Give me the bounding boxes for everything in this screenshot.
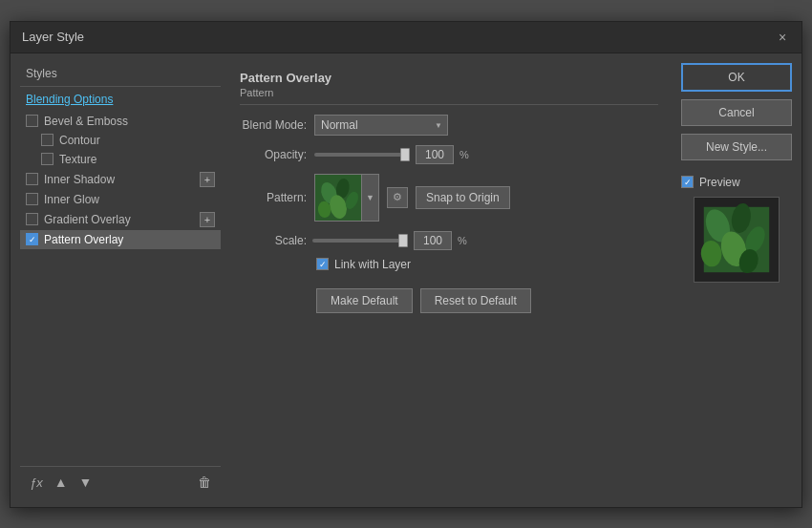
opacity-percent: %	[459, 149, 469, 160]
opacity-slider[interactable]	[314, 147, 410, 162]
opacity-slider-track	[314, 153, 410, 157]
sidebar-item-inner-shadow[interactable]: Inner Shadow +	[20, 169, 221, 190]
preview-label: Preview	[699, 176, 740, 189]
right-panel: OK Cancel New Style... Preview	[677, 63, 792, 497]
preview-section: Preview	[681, 176, 792, 283]
pattern-overlay-label: Pattern Overlay	[44, 233, 123, 246]
make-default-button[interactable]: Make Default	[316, 288, 413, 313]
pattern-row: Pattern: ▼ ⚙ Snap	[240, 174, 658, 222]
blending-options-link[interactable]: Blending Options	[20, 91, 221, 112]
opacity-row: Opacity: %	[240, 145, 658, 164]
action-buttons: Make Default Reset to Default	[240, 288, 658, 313]
preview-label-row: Preview	[681, 176, 740, 189]
new-style-button[interactable]: New Style...	[681, 134, 792, 160]
sidebar-item-contour[interactable]: Contour	[20, 131, 221, 150]
opacity-input[interactable]	[416, 145, 454, 164]
inner-glow-checkbox[interactable]	[26, 193, 38, 205]
scale-input[interactable]	[414, 231, 452, 250]
link-with-layer-row: Link with Layer	[240, 258, 658, 271]
section-title: Pattern Overlay	[240, 71, 658, 85]
texture-checkbox[interactable]	[41, 153, 53, 165]
scale-slider[interactable]	[312, 233, 408, 248]
link-with-layer-checkbox-wrap: Link with Layer	[316, 258, 411, 271]
contour-label: Contour	[59, 134, 100, 147]
layer-style-dialog: Layer Style × Styles Blending Options Be…	[10, 21, 802, 508]
scale-slider-thumb[interactable]	[398, 234, 408, 247]
title-bar: Layer Style ×	[11, 22, 801, 53]
inner-shadow-add-button[interactable]: +	[200, 172, 215, 187]
gradient-overlay-add-button[interactable]: +	[200, 212, 215, 227]
blend-mode-row: Blend Mode: Normal Dissolve Multiply Scr…	[240, 115, 658, 136]
ok-button[interactable]: OK	[681, 63, 792, 92]
fx-button[interactable]: ƒx	[26, 473, 47, 492]
opacity-label: Opacity:	[240, 148, 307, 161]
bevel-emboss-label: Bevel & Emboss	[44, 115, 128, 128]
left-panel: Styles Blending Options Bevel & Emboss C…	[20, 63, 221, 497]
sidebar-item-bevel-emboss[interactable]: Bevel & Emboss	[20, 112, 221, 131]
scale-percent: %	[458, 235, 467, 246]
main-panel: Pattern Overlay Pattern Blend Mode: Norm…	[228, 63, 670, 497]
bevel-emboss-checkbox[interactable]	[26, 115, 38, 127]
pattern-swatch[interactable]	[314, 174, 362, 222]
opacity-slider-thumb[interactable]	[400, 148, 410, 161]
inner-glow-label: Inner Glow	[44, 193, 99, 206]
scale-row: Scale: %	[240, 231, 658, 250]
opacity-controls: %	[314, 145, 469, 164]
blend-mode-select[interactable]: Normal Dissolve Multiply Screen Overlay	[314, 115, 448, 136]
pattern-swatch-wrapper: ▼	[314, 174, 379, 222]
close-button[interactable]: ×	[775, 30, 790, 45]
move-down-button[interactable]: ▼	[75, 473, 96, 492]
pattern-label: Pattern:	[240, 191, 307, 204]
sidebar-item-texture[interactable]: Texture	[20, 150, 221, 169]
styles-header: Styles	[20, 63, 221, 87]
sidebar-item-inner-glow[interactable]: Inner Glow	[20, 190, 221, 209]
preview-image	[694, 197, 780, 283]
left-footer: ƒx ▲ ▼ 🗑	[20, 466, 221, 497]
contour-checkbox[interactable]	[41, 134, 53, 146]
texture-label: Texture	[59, 153, 96, 166]
pattern-options-button[interactable]: ⚙	[387, 187, 408, 208]
cancel-button[interactable]: Cancel	[681, 99, 792, 126]
gradient-overlay-checkbox[interactable]	[26, 213, 38, 225]
link-with-layer-checkbox[interactable]	[316, 258, 329, 270]
inner-shadow-label: Inner Shadow	[44, 173, 115, 186]
section-subtitle: Pattern	[240, 87, 658, 105]
preview-checkbox[interactable]	[681, 176, 694, 188]
scale-label: Scale:	[240, 234, 307, 247]
blend-mode-label: Blend Mode:	[240, 118, 307, 132]
gradient-overlay-label: Gradient Overlay	[44, 213, 131, 226]
link-with-layer-label: Link with Layer	[334, 258, 411, 271]
inner-shadow-checkbox[interactable]	[26, 173, 38, 185]
sidebar-item-pattern-overlay[interactable]: Pattern Overlay	[20, 230, 221, 249]
snap-to-origin-button[interactable]: Snap to Origin	[416, 186, 510, 209]
layer-styles-list: Bevel & Emboss Contour Texture Inner Sha…	[20, 112, 221, 462]
pattern-overlay-checkbox[interactable]	[26, 233, 38, 245]
pattern-dropdown-button[interactable]: ▼	[362, 174, 379, 222]
scale-slider-track	[312, 239, 408, 243]
blend-mode-select-wrapper: Normal Dissolve Multiply Screen Overlay	[314, 115, 448, 136]
move-up-button[interactable]: ▲	[51, 473, 72, 492]
reset-to-default-button[interactable]: Reset to Default	[420, 288, 531, 313]
fx-icon: ƒx	[30, 475, 43, 490]
delete-button[interactable]: 🗑	[194, 473, 215, 492]
dialog-body: Styles Blending Options Bevel & Emboss C…	[11, 53, 801, 507]
dialog-title: Layer Style	[22, 30, 84, 44]
sidebar-item-gradient-overlay[interactable]: Gradient Overlay +	[20, 209, 221, 230]
